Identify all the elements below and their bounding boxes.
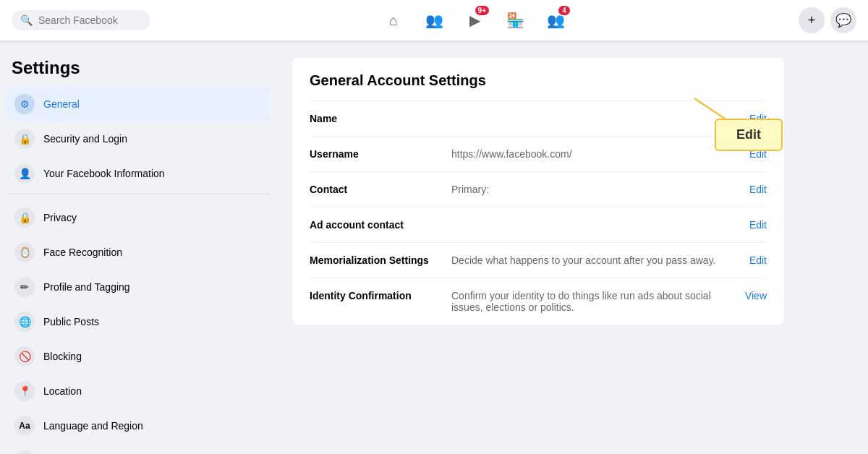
username-edit-button[interactable]: Edit (749, 148, 767, 160)
ad-account-row: Ad account contact Edit (310, 207, 767, 242)
settings-sidebar: Settings ⚙ General 🔒 Security and Login … (0, 40, 275, 454)
name-edit-button[interactable]: Edit (749, 113, 767, 124)
identity-view-button[interactable]: View (745, 290, 767, 301)
sidebar-item-facebook-info[interactable]: 👤 Your Facebook Information (6, 156, 269, 191)
facebook-info-icon: 👤 (14, 163, 35, 184)
contact-row: Contact Primary: Edit (310, 171, 767, 207)
nav-watch-button[interactable]: ▶ 9+ (457, 3, 492, 38)
sidebar-label-public-posts: Public Posts (43, 316, 99, 327)
sidebar-item-stories[interactable]: 📖 Stories (6, 443, 269, 454)
privacy-icon: 🔒 (14, 207, 35, 228)
watch-badge: 9+ (475, 6, 489, 15)
sidebar-item-security[interactable]: 🔒 Security and Login (6, 121, 269, 156)
nav-right-actions: + 💬 (799, 7, 856, 33)
sidebar-item-general[interactable]: ⚙ General (6, 87, 269, 121)
username-value: https://www.facebook.com/ (451, 148, 738, 160)
search-icon: 🔍 (20, 14, 33, 26)
nav-icons-group: ⌂ 👥 ▶ 9+ 🏪 👥 4 (150, 3, 799, 38)
sidebar-label-general: General (43, 98, 80, 110)
location-icon: 📍 (14, 381, 35, 401)
sidebar-item-privacy[interactable]: 🔒 Privacy (6, 200, 269, 235)
ad-account-label: Ad account contact (310, 219, 440, 231)
sidebar-item-profile-tagging[interactable]: ✏ Profile and Tagging (6, 270, 269, 304)
page-body: Settings ⚙ General 🔒 Security and Login … (0, 40, 868, 454)
sidebar-item-location[interactable]: 📍 Location (6, 374, 269, 408)
contact-label: Contact (310, 184, 440, 195)
username-label: Username (310, 148, 440, 160)
sidebar-label-facebook-info: Your Facebook Information (43, 168, 165, 179)
search-input[interactable] (38, 14, 142, 26)
plus-icon: + (808, 13, 816, 28)
identity-desc: Confirm your identity to do things like … (451, 290, 733, 313)
main-content: General Account Settings Name Edit Usern… (275, 40, 868, 454)
general-icon: ⚙ (14, 94, 35, 114)
username-row: Username https://www.facebook.com/ Edit (310, 136, 767, 171)
sidebar-item-blocking[interactable]: 🚫 Blocking (6, 339, 269, 374)
memorialization-edit-button[interactable]: Edit (749, 254, 767, 266)
messenger-button[interactable]: 💬 (830, 7, 856, 33)
security-icon: 🔒 (14, 129, 35, 149)
sidebar-item-language[interactable]: Aa Language and Region (6, 408, 269, 443)
identity-label: Identity Confirmation (310, 290, 440, 301)
groups-badge: 4 (558, 6, 570, 15)
stories-icon: 📖 (14, 450, 35, 454)
sidebar-divider-1 (6, 194, 269, 194)
marketplace-icon: 🏪 (506, 12, 524, 29)
memorialization-row: Memorialization Settings Decide what hap… (310, 242, 767, 278)
top-navigation: 🔍 ⌂ 👥 ▶ 9+ 🏪 👥 4 + 💬 (0, 0, 868, 40)
sidebar-label-profile-tagging: Profile and Tagging (43, 281, 130, 293)
settings-panel-title: General Account Settings (310, 58, 767, 100)
search-bar[interactable]: 🔍 (12, 10, 150, 30)
name-row: Name Edit (310, 100, 767, 136)
name-label: Name (310, 113, 440, 124)
sidebar-label-privacy: Privacy (43, 212, 77, 223)
sidebar-label-blocking: Blocking (43, 351, 82, 362)
contact-edit-button[interactable]: Edit (749, 184, 767, 195)
ad-account-edit-button[interactable]: Edit (749, 219, 767, 231)
memorialization-label: Memorialization Settings (310, 254, 440, 266)
friends-icon: 👥 (425, 12, 443, 29)
messenger-icon: 💬 (835, 12, 851, 28)
memorialization-desc: Decide what happens to your account afte… (451, 254, 738, 266)
nav-groups-button[interactable]: 👥 4 (538, 3, 573, 38)
contact-value: Primary: (451, 184, 738, 195)
nav-home-button[interactable]: ⌂ (376, 3, 411, 38)
language-icon: Aa (14, 416, 35, 436)
nav-friends-button[interactable]: 👥 (417, 3, 451, 38)
home-icon: ⌂ (389, 12, 398, 29)
sidebar-label-location: Location (43, 385, 82, 397)
sidebar-label-security: Security and Login (43, 133, 127, 145)
settings-panel: General Account Settings Name Edit Usern… (292, 58, 784, 325)
nav-marketplace-button[interactable]: 🏪 (498, 3, 532, 38)
face-recognition-icon: 🪞 (14, 242, 35, 262)
sidebar-title: Settings (6, 52, 269, 87)
public-posts-icon: 🌐 (14, 312, 35, 332)
sidebar-label-language: Language and Region (43, 420, 143, 432)
sidebar-item-public-posts[interactable]: 🌐 Public Posts (6, 304, 269, 339)
identity-row: Identity Confirmation Confirm your ident… (310, 278, 767, 325)
add-button[interactable]: + (799, 7, 825, 33)
sidebar-item-face-recognition[interactable]: 🪞 Face Recognition (6, 235, 269, 270)
blocking-icon: 🚫 (14, 346, 35, 367)
profile-tagging-icon: ✏ (14, 277, 35, 297)
sidebar-label-face-recognition: Face Recognition (43, 247, 122, 258)
